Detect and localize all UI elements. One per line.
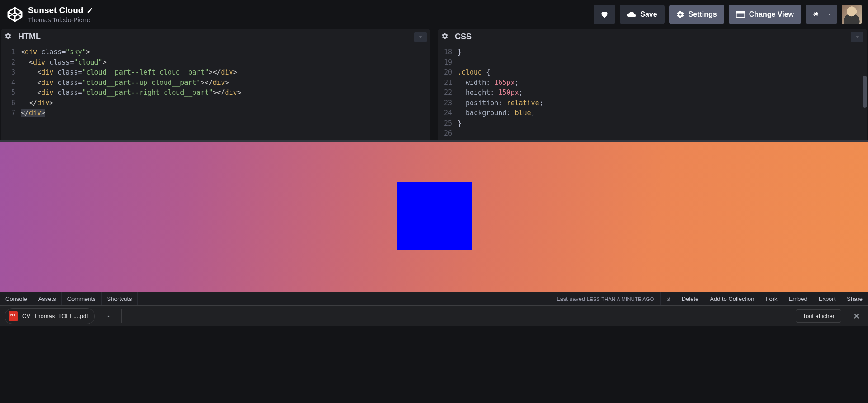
pen-author[interactable]: Thomas Toledo-Pierre: [28, 16, 93, 23]
preview-cloud-box: [397, 182, 472, 250]
pdf-file-icon: [9, 311, 18, 321]
love-button[interactable]: [594, 5, 615, 24]
download-chip-menu[interactable]: [103, 311, 114, 322]
css-code-area[interactable]: 18}1920.cloud {21 width: 165px;22 height…: [438, 45, 867, 140]
pen-title-block: Sunset Cloud Thomas Toledo-Pierre: [28, 5, 93, 23]
app-header: Sunset Cloud Thomas Toledo-Pierre Save S…: [0, 0, 868, 29]
css-gear-icon[interactable]: [441, 33, 450, 42]
footer-delete-button[interactable]: Delete: [676, 292, 704, 305]
code-line[interactable]: 3 <div class="cloud__part--left cloud__p…: [1, 67, 430, 78]
footer-add-to-collection-button[interactable]: Add to Collection: [704, 292, 760, 305]
code-line[interactable]: 7</div>: [1, 108, 430, 118]
codepen-logo[interactable]: [6, 6, 24, 23]
pin-dropdown[interactable]: [822, 5, 837, 24]
code-line[interactable]: 1<div class="sky">: [1, 47, 430, 57]
user-avatar[interactable]: [842, 5, 862, 24]
css-scrollbar-track[interactable]: [862, 45, 867, 140]
footer-export-button[interactable]: Export: [813, 292, 841, 305]
css-pane-header: CSS: [438, 29, 867, 45]
footer-fork-button[interactable]: Fork: [760, 292, 783, 305]
code-line[interactable]: 19: [438, 57, 867, 68]
html-pane-dropdown[interactable]: [414, 32, 427, 42]
code-line[interactable]: 21 width: 165px;: [438, 78, 867, 88]
css-pane-title: CSS: [455, 32, 472, 42]
code-line[interactable]: 5 <div class="cloud__part--right cloud__…: [1, 88, 430, 98]
last-saved-label: Last saved: [557, 295, 585, 302]
download-filename: CV_Thomas_TOLE....pdf: [22, 313, 88, 319]
css-editor-pane: CSS 18}1920.cloud {21 width: 165px;22 he…: [438, 29, 867, 140]
download-divider: [121, 309, 122, 323]
code-line[interactable]: 24 background: blue;: [438, 108, 867, 118]
html-pane-header: HTML: [1, 29, 430, 45]
edit-title-icon[interactable]: [87, 7, 93, 14]
html-gear-icon[interactable]: [5, 33, 14, 42]
download-chip[interactable]: CV_Thomas_TOLE....pdf: [5, 308, 95, 324]
code-line[interactable]: 26: [438, 128, 867, 139]
editors-row: HTML 1<div class="sky">2 <div class="clo…: [0, 29, 868, 140]
code-line[interactable]: 18}: [438, 47, 867, 57]
last-saved-status: Last saved LESS THAN A MINUTE AGO: [550, 295, 660, 302]
change-view-label: Change View: [749, 10, 794, 19]
footer-console-button[interactable]: Console: [0, 292, 33, 305]
html-editor-pane: HTML 1<div class="sky">2 <div class="clo…: [1, 29, 430, 140]
code-line[interactable]: 20.cloud {: [438, 67, 867, 78]
footer-assets-button[interactable]: Assets: [33, 292, 62, 305]
footer-share-button[interactable]: Share: [841, 292, 868, 305]
last-saved-time: LESS THAN A MINUTE AGO: [587, 296, 654, 302]
html-pane-title: HTML: [18, 32, 41, 42]
code-line[interactable]: 22 height: 150px;: [438, 88, 867, 98]
download-show-all-button[interactable]: Tout afficher: [796, 309, 841, 323]
preview-pane: [0, 140, 868, 292]
editor-footer: ConsoleAssetsCommentsShortcuts Last save…: [0, 292, 868, 305]
code-line[interactable]: 4 <div class="cloud__part--up cloud__par…: [1, 78, 430, 88]
code-line[interactable]: 6 </div>: [1, 98, 430, 108]
css-scrollbar-thumb[interactable]: [863, 76, 867, 108]
code-line[interactable]: 2 <div class="cloud">: [1, 57, 430, 68]
preview-sky: [0, 142, 868, 292]
html-code-area[interactable]: 1<div class="sky">2 <div class="cloud">3…: [1, 45, 430, 140]
save-button-label: Save: [640, 10, 657, 19]
svg-rect-1: [736, 11, 745, 13]
pen-title[interactable]: Sunset Cloud: [28, 5, 83, 15]
footer-embed-button[interactable]: Embed: [783, 292, 813, 305]
code-line[interactable]: 23 position: relative;: [438, 98, 867, 108]
footer-comments-button[interactable]: Comments: [62, 292, 102, 305]
footer-shortcuts-button[interactable]: Shortcuts: [102, 292, 138, 305]
code-line[interactable]: 25}: [438, 118, 867, 129]
download-bar-close-icon[interactable]: ✕: [849, 309, 863, 323]
open-external-icon[interactable]: [660, 292, 676, 305]
save-button[interactable]: Save: [620, 5, 664, 24]
settings-button-label: Settings: [689, 10, 717, 19]
change-view-button[interactable]: Change View: [729, 5, 801, 24]
settings-button[interactable]: Settings: [669, 5, 724, 24]
browser-download-bar: CV_Thomas_TOLE....pdf Tout afficher ✕: [0, 305, 868, 326]
css-pane-dropdown[interactable]: [851, 32, 863, 42]
